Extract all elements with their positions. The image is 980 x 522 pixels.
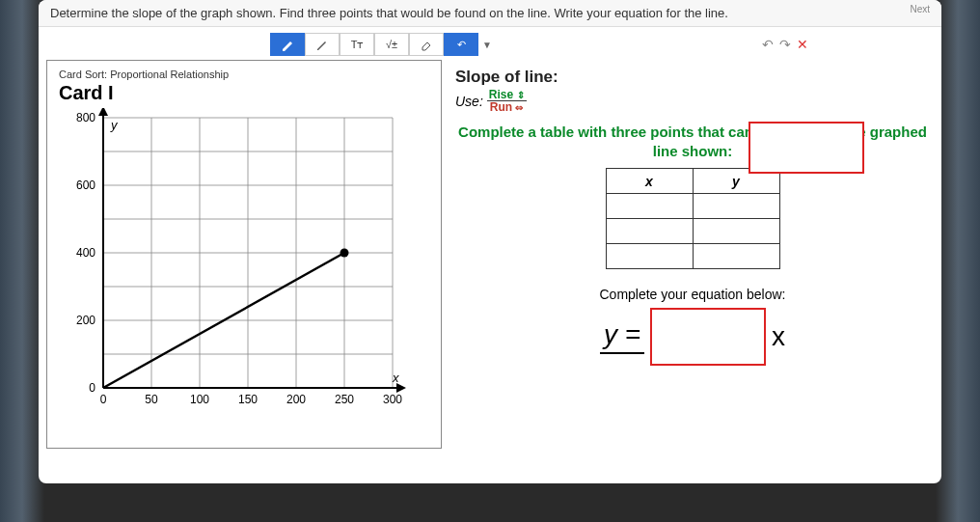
svg-marker-17 bbox=[98, 108, 108, 116]
y-axis-label: y bbox=[110, 118, 119, 132]
svg-text:200: 200 bbox=[76, 314, 95, 327]
svg-text:0: 0 bbox=[100, 393, 107, 406]
table-row bbox=[606, 194, 779, 219]
undo-tool-button[interactable]: ↶ bbox=[444, 33, 478, 56]
slope-answer-input[interactable] bbox=[749, 122, 864, 174]
equation-x: x bbox=[772, 321, 785, 352]
run-arrow-icon: ⇔ bbox=[515, 102, 523, 113]
svg-text:100: 100 bbox=[190, 393, 209, 406]
next-button[interactable]: Next bbox=[910, 4, 930, 14]
cell-x1[interactable] bbox=[606, 194, 693, 219]
svg-text:400: 400 bbox=[76, 246, 95, 260]
equation-slope-input[interactable] bbox=[650, 308, 766, 366]
text-tool-button[interactable]: Tᴛ bbox=[340, 33, 374, 56]
eraser-icon bbox=[420, 38, 433, 51]
col-x-header: x bbox=[606, 169, 693, 194]
equation-prompt: Complete your equation below: bbox=[455, 287, 930, 302]
svg-point-21 bbox=[340, 249, 349, 258]
table-row bbox=[606, 244, 779, 269]
pencil-tool-button[interactable] bbox=[305, 33, 340, 56]
svg-text:600: 600 bbox=[76, 179, 95, 192]
slope-title: Slope of line: bbox=[455, 68, 930, 87]
cell-y2[interactable] bbox=[693, 219, 779, 244]
undo-button[interactable]: ↶ bbox=[762, 37, 774, 52]
answer-panel: Slope of line: Use: Rise ⇕ Run ⇔ Complet… bbox=[451, 60, 934, 449]
tablet-screen: Next Determine the slope of the graph sh… bbox=[39, 0, 941, 483]
pen-tool-button[interactable] bbox=[270, 33, 305, 56]
equation-y-equals: y = bbox=[600, 319, 644, 354]
use-label: Use: bbox=[455, 94, 483, 109]
rise-arrow-icon: ⇕ bbox=[517, 90, 525, 100]
equation-line: y = x bbox=[455, 308, 930, 366]
pencil-icon bbox=[315, 38, 329, 51]
question-text: Determine the slope of the graph shown. … bbox=[39, 0, 941, 27]
svg-text:50: 50 bbox=[145, 393, 158, 406]
pen-icon bbox=[281, 38, 294, 51]
svg-text:800: 800 bbox=[76, 111, 95, 124]
svg-text:250: 250 bbox=[335, 393, 354, 406]
undo-curve-icon: ↶ bbox=[457, 39, 466, 51]
slope-hint: Use: Rise ⇕ Run ⇔ bbox=[455, 89, 930, 113]
cell-x2[interactable] bbox=[606, 219, 693, 244]
svg-text:0: 0 bbox=[89, 381, 95, 395]
table-row bbox=[606, 219, 779, 244]
points-table: x y bbox=[606, 168, 780, 269]
eraser-tool-button[interactable] bbox=[409, 33, 444, 56]
math-tool-button[interactable]: √± bbox=[374, 33, 409, 56]
close-button[interactable]: ✕ bbox=[797, 37, 808, 52]
rise-over-run: Rise ⇕ Run ⇔ bbox=[487, 89, 527, 113]
graph[interactable]: y x 0 200 400 600 800 0 50 100 150 200 bbox=[59, 108, 416, 436]
card-panel: Card Sort: Proportional Relationship Car… bbox=[46, 60, 442, 449]
cell-y1[interactable] bbox=[693, 194, 779, 219]
svg-text:150: 150 bbox=[238, 393, 258, 406]
svg-text:300: 300 bbox=[383, 393, 402, 406]
toolbar: Tᴛ √± ↶ ▼ ↶ ↷ ✕ bbox=[270, 33, 941, 56]
svg-text:200: 200 bbox=[286, 393, 306, 406]
card-sort-label: Card Sort: Proportional Relationship bbox=[59, 69, 429, 80]
card-title: Card I bbox=[59, 82, 429, 104]
redo-button[interactable]: ↷ bbox=[779, 37, 791, 52]
cell-x3[interactable] bbox=[606, 244, 693, 269]
x-axis-label: x bbox=[392, 371, 399, 385]
graph-svg: y x 0 200 400 600 800 0 50 100 150 200 bbox=[59, 108, 416, 436]
cell-y3[interactable] bbox=[693, 244, 779, 269]
background-right bbox=[936, 0, 980, 522]
dropdown-caret-icon[interactable]: ▼ bbox=[482, 40, 492, 50]
